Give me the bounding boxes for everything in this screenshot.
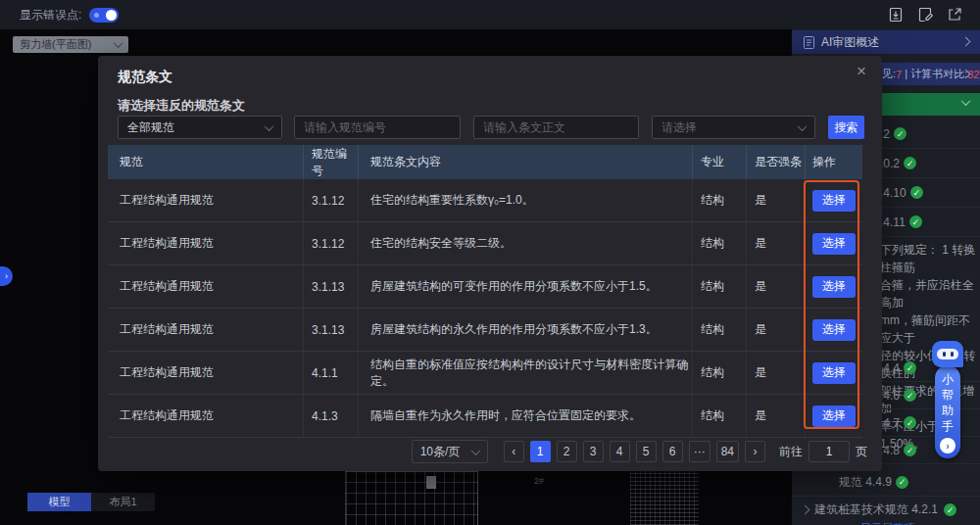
page-ellipsis[interactable]: ··· (689, 441, 710, 462)
cell-mandatory: 是 (747, 265, 806, 308)
table-row: 工程结构通用规范3.1.13房屋建筑结构的可变作用的作用分项系数不应小于1.5。… (108, 265, 862, 309)
cell-spec-code: 3.1.13 (304, 265, 359, 308)
app-screen: 显示错误点: 剪力墙(平 (0, 0, 980, 525)
table-row: 工程结构通用规范4.1.3隔墙自重作为永久作用时，应符合位置固定的要求。结构是选… (108, 395, 862, 438)
cell-spec-name: 工程结构通用规范 (108, 179, 304, 221)
extra-filter-placeholder: 请选择 (662, 119, 697, 136)
select-button[interactable]: 选择 (812, 406, 856, 427)
clause-modal: 规范条文 × 请选择违反的规范条文 全部规范 请选择 搜索 规范 规范编号 规范… (98, 56, 882, 471)
check-icon: ✓ (904, 389, 916, 402)
spec-category-select[interactable]: 全部规范 (118, 116, 282, 139)
toggle-knob (106, 10, 117, 21)
page-button[interactable]: 5 (636, 441, 657, 462)
show-errors-label: 显示错误点: (20, 7, 81, 24)
tab-layout1[interactable]: 布局1 (91, 493, 155, 511)
layout-tabs: 模型 布局1 (27, 493, 155, 511)
select-button[interactable]: 选择 (812, 233, 856, 255)
left-panel-expand-handle[interactable]: › (0, 266, 13, 286)
check-icon: ✓ (904, 416, 916, 429)
select-button[interactable]: 选择 (812, 276, 856, 298)
cell-spec-code: 4.1.3 (304, 395, 359, 437)
assistant-label: 小帮助手 (942, 372, 954, 433)
modal-title: 规范条文 (118, 69, 172, 86)
page-size-value: 10条/页 (420, 444, 461, 460)
extra-filter-select[interactable]: 请选择 (652, 116, 815, 139)
clause-result-last[interactable]: 建筑桩基技术规范 4.2.1 ✓ (792, 496, 980, 523)
cell-major: 结构 (693, 222, 747, 264)
robot-avatar-icon (932, 341, 963, 367)
tab-model[interactable]: 模型 (27, 493, 91, 511)
table-row: 工程结构通用规范3.1.12住宅的结构安全等级二级。结构是选择 (108, 222, 862, 265)
header-spec: 规范 (108, 145, 304, 179)
cell-mandatory: 是 (747, 395, 806, 437)
toolbar-icon-group (888, 7, 962, 23)
cell-major: 结构 (693, 395, 747, 437)
cell-spec-name: 工程结构通用规范 (108, 352, 304, 394)
select-button[interactable]: 选择 (812, 319, 856, 341)
table-header-row: 规范 规范编号 规范条文内容 专业 是否强条 操作 (108, 145, 862, 179)
page-button[interactable]: 2 (557, 441, 577, 462)
page-button[interactable]: 1 (530, 441, 551, 462)
page-button[interactable]: 6 (662, 441, 683, 462)
cell-clause-content: 结构自重的标准值应按结构构件的设计尺寸与材料密度计算确定。 (359, 352, 693, 394)
assistant-expand-button[interactable]: › (940, 438, 956, 453)
cad-fragment-block (426, 476, 436, 489)
download-file-icon[interactable] (888, 7, 904, 23)
document-icon (804, 36, 814, 49)
next-page-button[interactable]: › (745, 441, 765, 462)
cell-mandatory: 是 (747, 222, 806, 264)
close-icon[interactable]: × (857, 63, 866, 79)
cell-action: 选择 (806, 352, 862, 394)
layer-select-dropdown[interactable]: 剪力墙(平面图) (13, 36, 128, 53)
header-major: 专业 (693, 145, 747, 179)
header-action: 操作 (806, 145, 862, 179)
robot-eye (951, 352, 954, 357)
page-size-select[interactable]: 10条/页 (412, 440, 488, 463)
cell-major: 结构 (693, 309, 747, 351)
select-button[interactable]: 选择 (812, 190, 856, 212)
assistant-widget[interactable]: 小帮助手 › (931, 341, 964, 458)
cad-fragment-grid (345, 471, 478, 525)
cell-action: 选择 (806, 265, 862, 308)
pagination: 10条/页 ‹ 123456···84 › 前往 页 (412, 440, 867, 463)
select-button[interactable]: 选择 (812, 362, 856, 384)
page-button[interactable]: 4 (610, 441, 630, 462)
show-hidden-items-link[interactable]: 显示屏蔽项 (860, 521, 914, 525)
check-icon: ✓ (904, 444, 916, 456)
prev-page-button[interactable]: ‹ (504, 441, 524, 462)
top-toolbar: 显示错误点: (0, 0, 980, 29)
check-icon: ✓ (894, 127, 906, 140)
cad-fragment-label: 2# (534, 476, 544, 486)
cell-clause-content: 住宅的结构安全等级二级。 (359, 222, 693, 264)
check-icon: ✓ (904, 361, 916, 374)
cell-spec-name: 工程结构通用规范 (108, 309, 304, 351)
goto-page-input[interactable] (808, 441, 850, 462)
chevron-down-icon (265, 121, 274, 131)
clause-result-partial[interactable]: 规范 4.4.9 ✓ (792, 468, 980, 496)
cell-mandatory: 是 (747, 179, 806, 221)
check-icon: ✓ (944, 503, 956, 516)
page-button[interactable]: 3 (583, 441, 604, 462)
toggle-on-dot (94, 13, 99, 18)
table-row: 工程结构通用规范3.1.13房屋建筑结构的永久作用的作用分项系数不应小于1.3。… (108, 309, 862, 352)
search-button[interactable]: 搜索 (828, 116, 864, 139)
check-icon: ✓ (896, 476, 908, 489)
spec-code-input[interactable] (294, 116, 461, 139)
chevron-right-icon (801, 505, 810, 515)
cell-clause-content: 房屋建筑结构的可变作用的作用分项系数不应小于1.5。 (359, 265, 693, 308)
filter-bar: 全部规范 请选择 搜索 (118, 116, 862, 139)
robot-face (937, 349, 958, 359)
robot-eye (943, 352, 946, 357)
page-button[interactable]: 84 (716, 441, 739, 462)
cell-spec-name: 工程结构通用规范 (108, 265, 304, 308)
clause-text-input[interactable] (473, 116, 639, 139)
assistant-label-pill[interactable]: 小帮助手 › (935, 365, 960, 458)
edit-file-icon[interactable] (917, 7, 933, 23)
cell-spec-code: 3.1.13 (304, 309, 359, 351)
chevron-down-icon (798, 121, 808, 131)
show-errors-toggle[interactable] (89, 8, 119, 23)
external-link-icon[interactable] (947, 7, 962, 23)
ai-review-overview-bar[interactable]: AI审图概述 (792, 30, 980, 54)
table-body: 工程结构通用规范3.1.12住宅的结构重要性系数γ₀=1.0。结构是选择工程结构… (108, 179, 862, 438)
chevron-down-icon (470, 446, 480, 455)
